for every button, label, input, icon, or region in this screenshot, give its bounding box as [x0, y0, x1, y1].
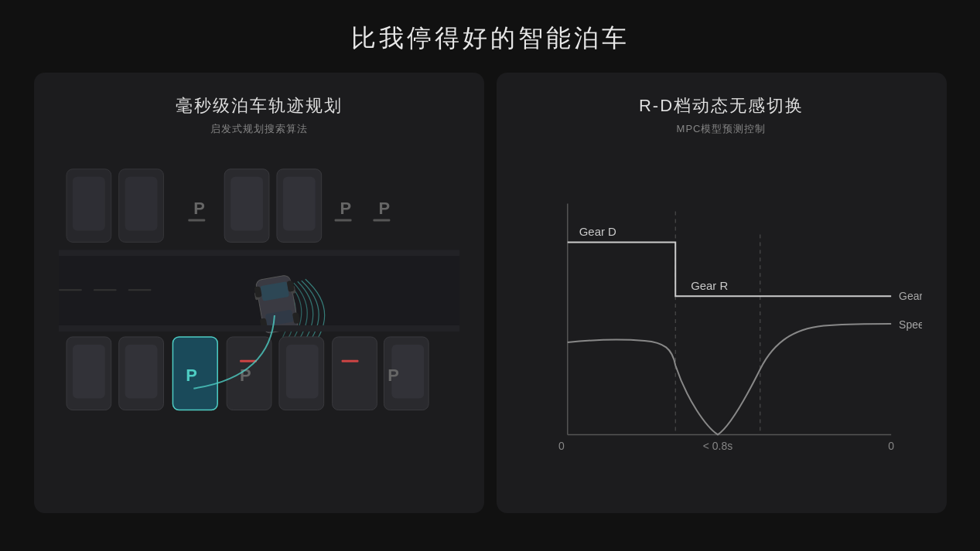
- svg-rect-28: [59, 325, 459, 332]
- svg-rect-39: [285, 345, 318, 399]
- svg-text:P: P: [193, 199, 205, 218]
- svg-text:P: P: [340, 199, 351, 218]
- panels-row: 毫秒级泊车轨迹规划 启发式规划搜索算法 P: [34, 73, 947, 513]
- svg-text:Gear R: Gear R: [691, 279, 728, 292]
- svg-rect-11: [334, 219, 351, 222]
- left-panel-subtitle: 启发式规划搜索算法: [210, 122, 308, 136]
- svg-rect-9: [282, 177, 315, 231]
- svg-rect-5: [188, 219, 205, 222]
- right-panel-subtitle: MPC模型预测控制: [677, 122, 767, 136]
- parking-diagram: P P P: [59, 148, 459, 498]
- parking-area: P P P: [59, 148, 459, 498]
- chart-area: Gear D Gear R Gear Speed 0 < 0.8s 0: [521, 148, 922, 498]
- right-panel: R-D档动态无感切换 MPC模型预测控制 Gear D: [497, 73, 947, 513]
- svg-rect-3: [125, 177, 157, 231]
- svg-text:P: P: [378, 199, 390, 218]
- gear-speed-chart: Gear D Gear R Gear Speed 0 < 0.8s 0: [521, 148, 922, 498]
- svg-rect-40: [332, 337, 377, 410]
- svg-text:Gear: Gear: [899, 290, 922, 302]
- svg-text:P: P: [186, 366, 197, 385]
- svg-rect-7: [230, 177, 263, 231]
- right-panel-title: R-D档动态无感切换: [639, 94, 804, 117]
- svg-text:0: 0: [888, 440, 894, 452]
- svg-rect-2: [72, 177, 104, 231]
- svg-rect-32: [125, 345, 157, 399]
- svg-text:Gear D: Gear D: [579, 225, 616, 238]
- svg-rect-41: [341, 360, 358, 362]
- svg-text:Speed: Speed: [899, 318, 922, 331]
- svg-text:P: P: [240, 366, 251, 385]
- left-panel-title: 毫秒级泊车轨迹规划: [176, 94, 343, 117]
- svg-text:0: 0: [558, 440, 564, 452]
- svg-rect-13: [373, 219, 390, 222]
- page-title: 比我停得好的智能泊车: [351, 22, 630, 56]
- svg-rect-17: [93, 289, 116, 291]
- svg-rect-18: [128, 289, 151, 291]
- svg-rect-14: [59, 250, 459, 256]
- svg-rect-16: [59, 289, 82, 291]
- left-panel: 毫秒级泊车轨迹规划 启发式规划搜索算法 P: [34, 73, 484, 513]
- svg-rect-30: [72, 345, 104, 399]
- svg-text:P: P: [388, 366, 399, 385]
- svg-text:< 0.8s: < 0.8s: [702, 440, 732, 452]
